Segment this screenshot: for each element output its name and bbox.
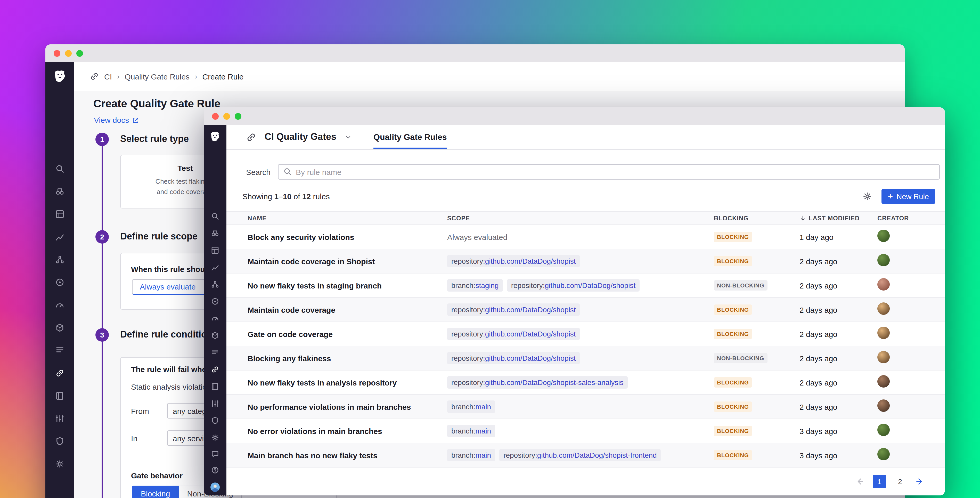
in-label: In	[131, 434, 167, 442]
blocking-badge: NON-BLOCKING	[714, 280, 767, 290]
new-rule-button[interactable]: + New Rule	[881, 189, 935, 204]
rule-scope: branch:mainrepository:github.com/DataDog…	[447, 449, 714, 461]
datadog-logo[interactable]	[52, 68, 68, 85]
summary-total: 12	[302, 192, 311, 201]
maximize-button[interactable]	[235, 113, 242, 120]
close-button[interactable]	[54, 50, 60, 56]
view-docs-link[interactable]: View docs	[94, 116, 139, 124]
monitors-icon[interactable]	[55, 278, 64, 287]
ci-icon[interactable]	[55, 369, 64, 378]
last-modified: 2 days ago	[799, 354, 877, 362]
chat-icon[interactable]	[211, 450, 219, 458]
dashboards-icon[interactable]	[55, 209, 64, 219]
rule-name: No new flaky tests in analysis repositor…	[248, 378, 447, 387]
metrics-icon[interactable]	[55, 232, 64, 241]
from-label: From	[131, 406, 167, 415]
notebooks-icon[interactable]	[55, 391, 64, 401]
datadog-logo[interactable]	[208, 130, 222, 144]
pipelines-icon[interactable]	[55, 414, 64, 423]
synthetics-icon[interactable]	[55, 300, 64, 310]
tests-icon[interactable]	[55, 187, 64, 196]
table-row[interactable]: Maintain code coverage in Shopist reposi…	[226, 249, 945, 273]
creator-avatar	[877, 424, 890, 436]
creator-avatar	[877, 375, 890, 388]
table-row[interactable]: Blocking any flakiness repository:github…	[226, 346, 945, 370]
column-name[interactable]: NAME	[248, 214, 447, 222]
logs-icon[interactable]	[55, 346, 64, 355]
blocking-option-button[interactable]: Blocking	[132, 485, 179, 498]
page-2-button[interactable]: 2	[893, 475, 907, 488]
logs-icon[interactable]	[211, 348, 219, 357]
user-icon[interactable]	[210, 482, 220, 492]
breadcrumb-item[interactable]: CI	[104, 72, 112, 81]
synthetics-icon[interactable]	[211, 314, 219, 322]
minimize-button[interactable]	[65, 50, 72, 56]
security-icon[interactable]	[55, 437, 64, 446]
table-row[interactable]: No new flaky tests in staging branch bra…	[226, 273, 945, 298]
scope-tag: branch:staging	[447, 279, 503, 292]
condition-text: Static analysis violations	[131, 382, 215, 391]
table-row[interactable]: No new flaky tests in analysis repositor…	[226, 370, 945, 395]
page-1-button[interactable]: 1	[873, 475, 886, 488]
front-window-titlebar[interactable]	[204, 107, 945, 125]
infrastructure-icon[interactable]	[55, 323, 64, 332]
tests-icon[interactable]	[211, 229, 219, 238]
scope-tag: repository:github.com/DataDog/shopist	[447, 352, 580, 364]
dashboards-icon[interactable]	[211, 246, 219, 254]
sidebar-nav	[211, 212, 219, 442]
minimize-button[interactable]	[223, 113, 230, 120]
table-row[interactable]: Main branch has no new flaky tests branc…	[226, 443, 945, 468]
search-icon[interactable]	[211, 212, 219, 220]
security-icon[interactable]	[211, 417, 219, 425]
metrics-icon[interactable]	[211, 263, 219, 271]
table-row[interactable]: Maintain code coverage repository:github…	[226, 298, 945, 322]
breadcrumb-separator: ›	[195, 72, 197, 80]
blocking-badge: BLOCKING	[714, 450, 752, 460]
pipelines-icon[interactable]	[211, 399, 219, 408]
apm-icon[interactable]	[55, 255, 64, 264]
pagination: 12	[855, 475, 924, 488]
rule-scope: repository:github.com/DataDog/shopist-sa…	[447, 376, 714, 389]
column-scope[interactable]: SCOPE	[447, 214, 714, 222]
blocking-badge: BLOCKING	[714, 232, 752, 242]
rule-scope: branch:stagingrepository:github.com/Data…	[447, 279, 714, 292]
rule-name: Maintain code coverage	[248, 305, 447, 314]
chevron-down-icon[interactable]	[345, 133, 352, 140]
rule-name: No error violations in main branches	[248, 426, 447, 435]
last-modified: 2 days ago	[799, 305, 877, 314]
previous-page-arrow[interactable]	[855, 477, 864, 486]
back-window-titlebar[interactable]	[45, 45, 905, 62]
column-blocking[interactable]: BLOCKING	[714, 214, 799, 222]
infrastructure-icon[interactable]	[211, 331, 219, 340]
gear-icon[interactable]	[862, 192, 872, 201]
monitors-icon[interactable]	[211, 297, 219, 305]
creator-avatar	[877, 448, 890, 460]
help-icon[interactable]	[211, 466, 219, 474]
table-row[interactable]: No performance violations in main branch…	[226, 395, 945, 419]
settings-icon[interactable]	[211, 434, 219, 442]
results-summary: Showing 1–10 of 12 rules	[242, 192, 330, 201]
page-title-dropdown[interactable]: CI Quality Gates	[265, 132, 336, 142]
notebooks-icon[interactable]	[211, 382, 219, 391]
pagination-pages: 12	[873, 475, 907, 488]
breadcrumb-item[interactable]: Quality Gate Rules	[124, 72, 189, 81]
maximize-button[interactable]	[76, 50, 83, 56]
search-icon	[283, 167, 292, 176]
table-row[interactable]: Block any security violations Always eva…	[226, 225, 945, 249]
apm-icon[interactable]	[211, 280, 219, 289]
close-button[interactable]	[212, 113, 219, 120]
table-row[interactable]: Gate on code coverage repository:github.…	[226, 322, 945, 346]
next-page-arrow[interactable]	[915, 477, 924, 486]
column-last-modified[interactable]: LAST MODIFIED	[799, 214, 877, 222]
search-icon[interactable]	[55, 164, 64, 173]
table-header: NAME SCOPE BLOCKING LAST MODIFIED CREATO…	[226, 211, 945, 225]
tab-quality-gate-rules[interactable]: Quality Gate Rules	[374, 125, 447, 149]
search-input[interactable]	[278, 164, 940, 180]
datadog-sidebar	[45, 62, 74, 498]
ci-icon[interactable]	[211, 366, 219, 374]
settings-icon[interactable]	[55, 459, 64, 469]
column-creator[interactable]: CREATOR	[877, 214, 932, 222]
table-row[interactable]: No error violations in main branches bra…	[226, 419, 945, 443]
sidebar-bottom-nav	[210, 450, 220, 492]
step-2-number: 2	[95, 230, 109, 244]
